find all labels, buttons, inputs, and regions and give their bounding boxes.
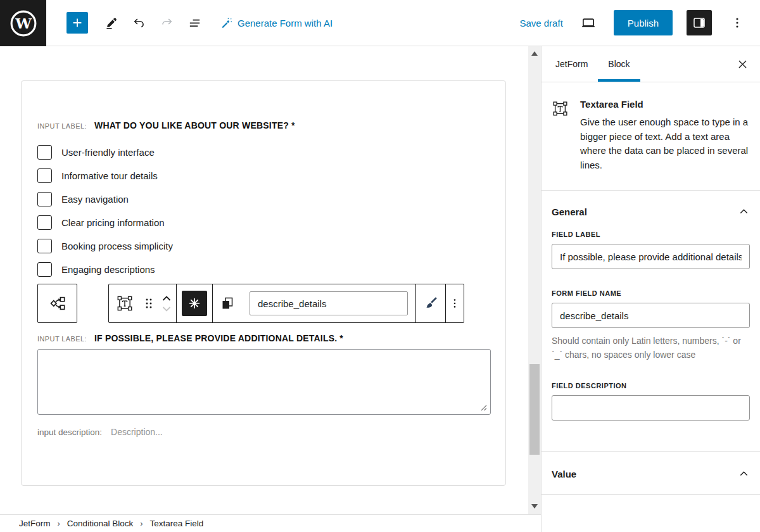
undo-icon	[132, 16, 146, 30]
form-field-name-label: FORM FIELD NAME	[552, 289, 750, 297]
list-view-icon	[187, 16, 202, 30]
textarea-field-label: IF POSSIBLE, PLEASE PROVIDE ADDITIONAL D…	[94, 333, 343, 343]
generate-form-ai-label: Generate Form with AI	[238, 18, 332, 28]
checkbox[interactable]	[37, 239, 52, 253]
close-icon	[737, 58, 749, 70]
panel-value-title: Value	[552, 469, 576, 479]
textarea-field-block[interactable]: INPUT LABEL: IF POSSIBLE, PLEASE PROVIDE…	[37, 333, 490, 437]
field-description-input[interactable]	[552, 395, 750, 421]
checkbox-field-block: INPUT LABEL: WHAT DO YOU LIKE ABOUT OUR …	[37, 120, 490, 281]
scroll-down-icon	[531, 504, 538, 509]
panel-value-toggle[interactable]: Value	[542, 452, 760, 494]
redo-icon	[160, 16, 174, 30]
wordpress-logo-icon: W	[10, 10, 37, 37]
input-description-placeholder: Description...	[111, 427, 163, 437]
field-label-input[interactable]	[552, 244, 750, 269]
copy-field-name-button[interactable]	[213, 284, 242, 322]
checkbox-option-label: Booking process simplicity	[61, 241, 173, 251]
block-description: Give the user enough space to type in a …	[580, 115, 750, 172]
breadcrumb-current: Textarea Field	[150, 519, 204, 528]
preview-button[interactable]	[577, 11, 600, 34]
chevron-up-icon	[738, 468, 750, 480]
checkbox-option-label: User-friendly interface	[61, 147, 155, 158]
wordpress-editor: W	[0, 0, 760, 532]
copy-icon	[220, 296, 235, 311]
input-label-prefix: INPUT LABEL:	[37, 122, 87, 130]
move-up-icon	[161, 294, 172, 303]
block-inserter-button[interactable]	[66, 12, 88, 34]
ai-wand-icon	[220, 16, 233, 30]
form-field-name-input[interactable]	[552, 303, 750, 328]
block-breadcrumb: JetForm › Conditional Block › Textarea F…	[0, 514, 541, 532]
sidebar-tabs: JetForm Block	[542, 46, 760, 82]
generate-form-ai-button[interactable]: Generate Form with AI	[220, 16, 332, 30]
drag-handle[interactable]	[141, 284, 157, 322]
settings-sidebar-toggle-icon	[692, 15, 707, 30]
checkbox-options: User-friendly interface Informative tour…	[37, 141, 490, 281]
required-toggle-button[interactable]	[182, 291, 207, 316]
input-label-prefix: INPUT LABEL:	[37, 335, 87, 343]
move-down-button[interactable]	[157, 303, 176, 314]
textarea-block-type-button[interactable]	[109, 284, 141, 322]
checkbox[interactable]	[37, 215, 52, 230]
move-down-icon	[161, 305, 172, 314]
block-toolbar-main-group	[108, 284, 464, 323]
wordpress-logo[interactable]: W	[0, 0, 46, 46]
header-right-tools: Save draft Publish	[519, 0, 760, 46]
checkbox-option: Booking process simplicity	[37, 234, 490, 258]
panel-general: General FIELD LABEL FORM FIELD NAME Shou…	[542, 191, 760, 452]
textarea-field-icon	[116, 294, 134, 312]
checkbox[interactable]	[37, 168, 52, 183]
scrollbar-thumb[interactable]	[529, 364, 540, 455]
redo-button[interactable]	[155, 11, 178, 34]
checkbox-option-label: Easy navigation	[61, 194, 129, 205]
reset-styles-button[interactable]	[416, 284, 445, 322]
input-description-prefix: input description:	[37, 428, 102, 437]
form-container-block: INPUT LABEL: WHAT DO YOU LIKE ABOUT OUR …	[21, 80, 506, 486]
panel-general-toggle[interactable]: General	[542, 191, 760, 231]
checkbox[interactable]	[37, 145, 52, 160]
tab-block[interactable]: Block	[598, 46, 640, 82]
drag-handle-icon	[144, 296, 154, 310]
field-label-label: FIELD LABEL	[552, 231, 750, 238]
options-ellipsis-icon	[448, 297, 461, 310]
move-up-button[interactable]	[157, 293, 176, 303]
scroll-up-arrow[interactable]	[528, 48, 541, 59]
field-name-toolbar-input[interactable]	[250, 291, 408, 315]
block-options-button[interactable]	[446, 284, 464, 322]
checkbox-option-label: Clear pricing information	[61, 217, 165, 228]
publish-button[interactable]: Publish	[614, 10, 673, 35]
editor-top-bar: W	[0, 0, 760, 46]
undo-button[interactable]	[127, 11, 150, 34]
brush-icon	[422, 295, 439, 312]
inserter-plus-icon	[70, 16, 84, 30]
checkbox[interactable]	[37, 262, 52, 277]
textarea-field-icon	[552, 100, 569, 117]
document-overview-button[interactable]	[183, 11, 206, 34]
save-draft-button[interactable]: Save draft	[519, 18, 562, 28]
block-info-card: Textarea Field Give the user enough spac…	[542, 82, 760, 191]
scroll-down-arrow[interactable]	[528, 500, 541, 512]
tab-jetform[interactable]: JetForm	[545, 46, 598, 82]
breadcrumb-jetform[interactable]: JetForm	[19, 519, 51, 528]
settings-sidebar: JetForm Block	[541, 46, 760, 532]
textarea-field-preview[interactable]	[37, 349, 491, 415]
close-sidebar-button[interactable]	[731, 53, 754, 75]
options-ellipsis-icon	[730, 16, 744, 30]
tools-button[interactable]	[99, 11, 122, 34]
editor-canvas: INPUT LABEL: WHAT DO YOU LIKE ABOUT OUR …	[0, 46, 528, 514]
chevron-right-icon: ›	[140, 519, 142, 528]
breadcrumb-conditional-block[interactable]: Conditional Block	[67, 519, 133, 528]
canvas-scrollbar[interactable]	[528, 46, 541, 514]
select-parent-conditional-block-button[interactable]	[37, 284, 77, 323]
settings-sidebar-toggle[interactable]	[687, 10, 712, 35]
checkbox-option: User-friendly interface	[37, 141, 490, 164]
checkbox[interactable]	[37, 192, 52, 206]
panel-value: Value	[542, 452, 760, 495]
options-menu-button[interactable]	[726, 11, 749, 34]
conditional-block-icon	[48, 294, 67, 313]
checkbox-option: Informative tour details	[37, 164, 490, 187]
chevron-right-icon: ›	[58, 519, 60, 528]
block-title: Textarea Field	[580, 99, 750, 110]
checkbox-option-label: Informative tour details	[61, 170, 158, 181]
